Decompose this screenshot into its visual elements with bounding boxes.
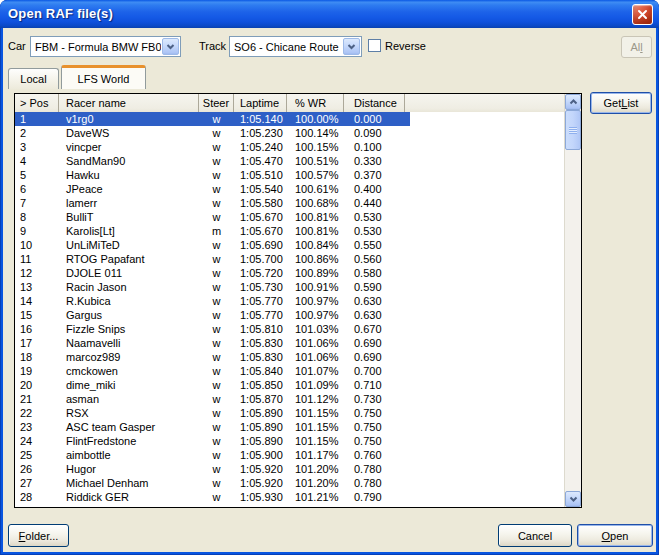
cell-name: Riddick GER [59, 490, 199, 504]
cell-name: v1rg0 [59, 112, 199, 126]
column-header-distance[interactable]: Distance [344, 94, 405, 112]
table-row[interactable]: 19cmckowenw1:05.840101.07%0.700 [15, 364, 410, 378]
tab-lfs-world-label: LFS World [78, 73, 130, 85]
cell-laptime: 1:05.690 [234, 238, 287, 252]
table-row[interactable]: 7lamerrw1:05.580100.68%0.440 [15, 196, 410, 210]
cell-wr: 101.03% [287, 322, 344, 336]
scrollbar-grip-icon [569, 127, 577, 134]
get-list-button[interactable]: Get List [590, 92, 652, 114]
table-row[interactable]: 13Racin Jasonw1:05.730100.91%0.590 [15, 280, 410, 294]
table-row[interactable]: 5Hawkuw1:05.510100.57%0.370 [15, 168, 410, 182]
car-select[interactable]: FBM - Formula BMW FB02 [30, 36, 181, 57]
get-list-label: Get [604, 97, 622, 109]
table-row[interactable]: 14R.Kubicaw1:05.770100.97%0.630 [15, 294, 410, 308]
table-row[interactable]: 27Michael Denhamw1:05.920101.20%0.780 [15, 476, 410, 490]
cell-laptime: 1:05.670 [234, 210, 287, 224]
cell-wr: 100.14% [287, 126, 344, 140]
column-header-pos[interactable]: > Pos [15, 94, 59, 112]
dialog-body: Car FBM - Formula BMW FB02 Track SO6 - C… [3, 28, 656, 552]
cell-steer: w [199, 168, 234, 182]
cell-steer: w [199, 364, 234, 378]
reverse-checkbox[interactable] [368, 39, 381, 52]
table-row[interactable]: 8BulliTw1:05.670100.81%0.530 [15, 210, 410, 224]
table-row[interactable]: 22RSXw1:05.890101.15%0.750 [15, 406, 410, 420]
cell-distance: 0.090 [344, 126, 405, 140]
cell-pos: 9 [15, 224, 59, 238]
table-row[interactable]: 10UnLiMiTeDw1:05.690100.84%0.550 [15, 238, 410, 252]
all-button[interactable]: All [621, 36, 652, 58]
cell-distance: 0.550 [344, 238, 405, 252]
cell-distance: 0.690 [344, 336, 405, 350]
column-header-wr[interactable]: % WR [287, 94, 344, 112]
table-row[interactable]: 9Karolis[Lt]m1:05.670100.81%0.530 [15, 224, 410, 238]
cell-name: Michael Denham [59, 476, 199, 490]
table-row[interactable]: 23ASC team Gasperw1:05.890101.15%0.750 [15, 420, 410, 434]
cell-pos: 24 [15, 434, 59, 448]
table-body: 1v1rg0w1:05.140100.00%0.0002DaveWSw1:05.… [15, 112, 564, 507]
tab-local[interactable]: Local [8, 68, 59, 89]
cell-pos: 15 [15, 308, 59, 322]
cell-pos: 18 [15, 350, 59, 364]
cell-laptime: 1:05.240 [234, 140, 287, 154]
table-row[interactable]: 11RTOG Papafantw1:05.700100.86%0.560 [15, 252, 410, 266]
cell-wr: 100.00% [287, 112, 344, 126]
cell-steer: w [199, 406, 234, 420]
folder-button[interactable]: Folder... [8, 524, 69, 547]
cell-pos: 22 [15, 406, 59, 420]
table-row[interactable]: 20dime_mikiw1:05.850101.09%0.710 [15, 378, 410, 392]
table-row[interactable]: 21asmanw1:05.870101.12%0.730 [15, 392, 410, 406]
car-dropdown-button[interactable] [162, 38, 179, 55]
cancel-button[interactable]: Cancel [498, 524, 572, 547]
cell-distance: 0.530 [344, 210, 405, 224]
table-row[interactable]: 26Hugorw1:05.920101.20%0.780 [15, 462, 410, 476]
cell-laptime: 1:05.850 [234, 378, 287, 392]
chevron-down-icon [569, 496, 578, 502]
cell-wr: 101.15% [287, 406, 344, 420]
column-header-steer[interactable]: Steer [199, 94, 234, 112]
cell-distance: 0.530 [344, 224, 405, 238]
table-row[interactable]: 28Riddick GERw1:05.930101.21%0.790 [15, 490, 410, 504]
cell-steer: w [199, 154, 234, 168]
cell-wr: 101.15% [287, 434, 344, 448]
cancel-button-label: Cancel [518, 530, 552, 542]
table-row[interactable]: 3vincperw1:05.240100.15%0.100 [15, 140, 410, 154]
cell-laptime: 1:05.540 [234, 182, 287, 196]
open-button[interactable]: Open [577, 524, 653, 547]
table-row[interactable]: 2DaveWSw1:05.230100.14%0.090 [15, 126, 410, 140]
cell-distance: 0.690 [344, 350, 405, 364]
cell-pos: 20 [15, 378, 59, 392]
table-row[interactable]: 16Fizzle Snipsw1:05.810101.03%0.670 [15, 322, 410, 336]
cell-name: ASC team Gasper [59, 420, 199, 434]
chevron-down-icon [166, 44, 175, 50]
close-button[interactable] [632, 4, 653, 25]
cell-wr: 100.57% [287, 168, 344, 182]
table-row[interactable]: 15Gargusw1:05.770100.97%0.630 [15, 308, 410, 322]
scrollbar-thumb[interactable] [565, 110, 581, 150]
tab-lfs-world[interactable]: LFS World [61, 65, 146, 89]
table-row[interactable]: 12DJOLE 011w1:05.720100.89%0.580 [15, 266, 410, 280]
table-row[interactable]: 25aimbottlew1:05.900101.17%0.760 [15, 448, 410, 462]
table-row[interactable]: 18marcoz989w1:05.830101.06%0.690 [15, 350, 410, 364]
table-row[interactable]: 1v1rg0w1:05.140100.00%0.000 [15, 112, 410, 126]
chevron-up-icon [569, 99, 578, 105]
table-row[interactable]: 17Naamavelliw1:05.830101.06%0.690 [15, 336, 410, 350]
table-row[interactable]: 4SandMan90w1:05.470100.51%0.330 [15, 154, 410, 168]
scroll-down-button[interactable] [565, 491, 581, 507]
table-row[interactable]: 24FlintFredstonew1:05.890101.15%0.750 [15, 434, 410, 448]
cell-wr: 100.81% [287, 224, 344, 238]
track-select[interactable]: SO6 - Chicane Route [229, 36, 362, 57]
cell-pos: 1 [15, 112, 59, 126]
column-header-laptime[interactable]: Laptime [234, 94, 287, 112]
cell-distance: 0.670 [344, 322, 405, 336]
cell-distance: 0.590 [344, 280, 405, 294]
track-dropdown-button[interactable] [343, 38, 360, 55]
scroll-up-button[interactable] [565, 94, 581, 110]
cell-laptime: 1:05.930 [234, 490, 287, 504]
cell-pos: 16 [15, 322, 59, 336]
cell-name: DaveWS [59, 126, 199, 140]
vertical-scrollbar[interactable] [564, 94, 581, 507]
table-row[interactable]: 6JPeacew1:05.540100.61%0.400 [15, 182, 410, 196]
tab-local-label: Local [20, 73, 46, 85]
title-bar[interactable]: Open RAF file(s) [0, 0, 659, 28]
column-header-name[interactable]: Racer name [59, 94, 199, 112]
